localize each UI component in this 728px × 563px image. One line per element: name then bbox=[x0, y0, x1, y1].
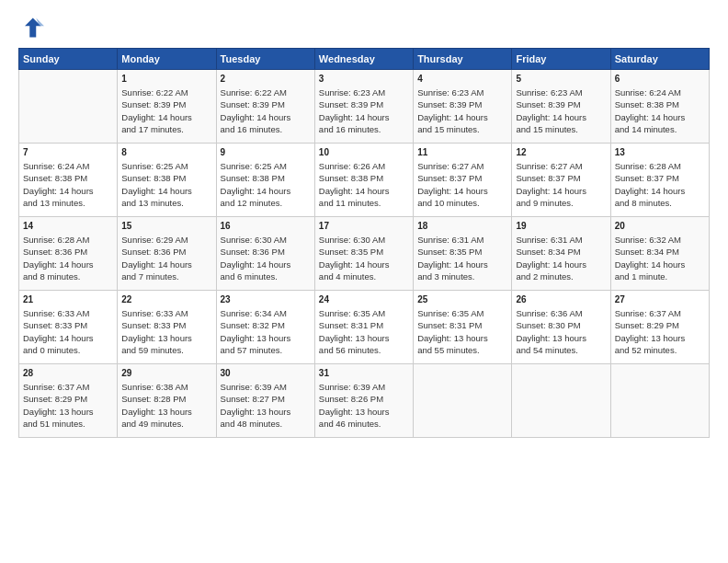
day-cell bbox=[610, 364, 709, 438]
calendar-header-row: SundayMondayTuesdayWednesdayThursdayFrid… bbox=[19, 49, 710, 70]
day-cell: 25Sunrise: 6:35 AM Sunset: 8:31 PM Dayli… bbox=[414, 291, 512, 364]
day-cell: 14Sunrise: 6:28 AM Sunset: 8:36 PM Dayli… bbox=[19, 217, 118, 291]
day-number: 12 bbox=[516, 146, 606, 159]
day-cell: 15Sunrise: 6:29 AM Sunset: 8:36 PM Dayli… bbox=[118, 217, 216, 291]
day-info: Sunrise: 6:39 AM Sunset: 8:27 PM Dayligh… bbox=[221, 381, 311, 430]
day-cell: 26Sunrise: 6:36 AM Sunset: 8:30 PM Dayli… bbox=[512, 291, 610, 364]
logo bbox=[18, 15, 48, 40]
day-cell: 30Sunrise: 6:39 AM Sunset: 8:27 PM Dayli… bbox=[216, 364, 314, 438]
day-cell: 27Sunrise: 6:37 AM Sunset: 8:29 PM Dayli… bbox=[610, 291, 709, 364]
day-cell: 21Sunrise: 6:33 AM Sunset: 8:33 PM Dayli… bbox=[19, 291, 118, 364]
day-info: Sunrise: 6:23 AM Sunset: 8:39 PM Dayligh… bbox=[516, 86, 606, 135]
day-number: 17 bbox=[319, 220, 409, 233]
day-cell: 17Sunrise: 6:30 AM Sunset: 8:35 PM Dayli… bbox=[314, 217, 413, 291]
day-number: 25 bbox=[417, 293, 507, 306]
day-cell: 11Sunrise: 6:27 AM Sunset: 8:37 PM Dayli… bbox=[414, 144, 512, 217]
col-header-wednesday: Wednesday bbox=[314, 49, 413, 70]
day-info: Sunrise: 6:33 AM Sunset: 8:33 PM Dayligh… bbox=[23, 307, 113, 356]
day-info: Sunrise: 6:24 AM Sunset: 8:38 PM Dayligh… bbox=[615, 86, 705, 135]
day-number: 8 bbox=[121, 146, 211, 159]
day-info: Sunrise: 6:27 AM Sunset: 8:37 PM Dayligh… bbox=[417, 160, 507, 209]
day-info: Sunrise: 6:35 AM Sunset: 8:31 PM Dayligh… bbox=[319, 307, 409, 356]
day-number: 30 bbox=[221, 367, 311, 380]
col-header-saturday: Saturday bbox=[610, 49, 709, 70]
day-info: Sunrise: 6:25 AM Sunset: 8:38 PM Dayligh… bbox=[221, 160, 311, 209]
day-cell: 16Sunrise: 6:30 AM Sunset: 8:36 PM Dayli… bbox=[216, 217, 314, 291]
day-info: Sunrise: 6:27 AM Sunset: 8:37 PM Dayligh… bbox=[516, 160, 606, 209]
day-info: Sunrise: 6:23 AM Sunset: 8:39 PM Dayligh… bbox=[417, 86, 507, 135]
day-info: Sunrise: 6:22 AM Sunset: 8:39 PM Dayligh… bbox=[121, 86, 211, 135]
day-number: 26 bbox=[516, 293, 606, 306]
day-number: 3 bbox=[319, 73, 409, 86]
col-header-sunday: Sunday bbox=[19, 49, 118, 70]
day-cell: 22Sunrise: 6:33 AM Sunset: 8:33 PM Dayli… bbox=[118, 291, 216, 364]
week-row-4: 21Sunrise: 6:33 AM Sunset: 8:33 PM Dayli… bbox=[19, 291, 710, 364]
day-number: 2 bbox=[221, 73, 311, 86]
day-number: 22 bbox=[121, 293, 211, 306]
day-info: Sunrise: 6:31 AM Sunset: 8:35 PM Dayligh… bbox=[417, 234, 507, 282]
day-number: 18 bbox=[417, 220, 507, 233]
col-header-tuesday: Tuesday bbox=[216, 49, 314, 70]
day-number: 31 bbox=[319, 367, 409, 380]
week-row-1: 1Sunrise: 6:22 AM Sunset: 8:39 PM Daylig… bbox=[19, 70, 710, 144]
day-info: Sunrise: 6:33 AM Sunset: 8:33 PM Dayligh… bbox=[121, 307, 211, 356]
day-info: Sunrise: 6:30 AM Sunset: 8:35 PM Dayligh… bbox=[319, 234, 409, 282]
day-number: 19 bbox=[516, 220, 606, 233]
day-cell: 6Sunrise: 6:24 AM Sunset: 8:38 PM Daylig… bbox=[610, 70, 709, 144]
day-cell: 2Sunrise: 6:22 AM Sunset: 8:39 PM Daylig… bbox=[216, 70, 314, 144]
day-cell: 4Sunrise: 6:23 AM Sunset: 8:39 PM Daylig… bbox=[414, 70, 512, 144]
day-cell: 8Sunrise: 6:25 AM Sunset: 8:38 PM Daylig… bbox=[118, 144, 216, 217]
day-cell: 7Sunrise: 6:24 AM Sunset: 8:38 PM Daylig… bbox=[19, 144, 118, 217]
day-info: Sunrise: 6:32 AM Sunset: 8:34 PM Dayligh… bbox=[615, 234, 705, 282]
day-number: 13 bbox=[615, 146, 705, 159]
day-cell: 13Sunrise: 6:28 AM Sunset: 8:37 PM Dayli… bbox=[610, 144, 709, 217]
day-number: 11 bbox=[417, 146, 507, 159]
calendar-table: SundayMondayTuesdayWednesdayThursdayFrid… bbox=[18, 48, 710, 438]
day-cell: 31Sunrise: 6:39 AM Sunset: 8:26 PM Dayli… bbox=[314, 364, 413, 438]
day-cell: 1Sunrise: 6:22 AM Sunset: 8:39 PM Daylig… bbox=[118, 70, 216, 144]
week-row-3: 14Sunrise: 6:28 AM Sunset: 8:36 PM Dayli… bbox=[19, 217, 710, 291]
day-cell bbox=[414, 364, 512, 438]
day-number: 6 bbox=[615, 73, 705, 86]
day-info: Sunrise: 6:31 AM Sunset: 8:34 PM Dayligh… bbox=[516, 234, 606, 282]
day-cell: 12Sunrise: 6:27 AM Sunset: 8:37 PM Dayli… bbox=[512, 144, 610, 217]
day-number: 10 bbox=[319, 146, 409, 159]
day-cell: 5Sunrise: 6:23 AM Sunset: 8:39 PM Daylig… bbox=[512, 70, 610, 144]
week-row-2: 7Sunrise: 6:24 AM Sunset: 8:38 PM Daylig… bbox=[19, 144, 710, 217]
day-info: Sunrise: 6:26 AM Sunset: 8:38 PM Dayligh… bbox=[319, 160, 409, 209]
day-cell bbox=[19, 70, 118, 144]
day-number: 28 bbox=[23, 367, 113, 380]
day-cell: 28Sunrise: 6:37 AM Sunset: 8:29 PM Dayli… bbox=[19, 364, 118, 438]
day-number: 16 bbox=[221, 220, 311, 233]
day-info: Sunrise: 6:23 AM Sunset: 8:39 PM Dayligh… bbox=[319, 86, 409, 135]
day-cell: 3Sunrise: 6:23 AM Sunset: 8:39 PM Daylig… bbox=[314, 70, 413, 144]
day-info: Sunrise: 6:37 AM Sunset: 8:29 PM Dayligh… bbox=[615, 307, 705, 356]
day-cell: 10Sunrise: 6:26 AM Sunset: 8:38 PM Dayli… bbox=[314, 144, 413, 217]
day-info: Sunrise: 6:24 AM Sunset: 8:38 PM Dayligh… bbox=[23, 160, 113, 209]
day-cell: 19Sunrise: 6:31 AM Sunset: 8:34 PM Dayli… bbox=[512, 217, 610, 291]
day-cell: 24Sunrise: 6:35 AM Sunset: 8:31 PM Dayli… bbox=[314, 291, 413, 364]
day-info: Sunrise: 6:28 AM Sunset: 8:37 PM Dayligh… bbox=[615, 160, 705, 209]
day-number: 7 bbox=[23, 146, 113, 159]
col-header-thursday: Thursday bbox=[414, 49, 512, 70]
day-cell: 18Sunrise: 6:31 AM Sunset: 8:35 PM Dayli… bbox=[414, 217, 512, 291]
day-number: 1 bbox=[121, 73, 211, 86]
day-info: Sunrise: 6:35 AM Sunset: 8:31 PM Dayligh… bbox=[417, 307, 507, 356]
logo-icon bbox=[18, 15, 44, 40]
day-info: Sunrise: 6:36 AM Sunset: 8:30 PM Dayligh… bbox=[516, 307, 606, 356]
day-info: Sunrise: 6:29 AM Sunset: 8:36 PM Dayligh… bbox=[121, 234, 211, 282]
week-row-5: 28Sunrise: 6:37 AM Sunset: 8:29 PM Dayli… bbox=[19, 364, 710, 438]
day-number: 9 bbox=[221, 146, 311, 159]
day-cell: 20Sunrise: 6:32 AM Sunset: 8:34 PM Dayli… bbox=[610, 217, 709, 291]
day-number: 15 bbox=[121, 220, 211, 233]
day-cell: 23Sunrise: 6:34 AM Sunset: 8:32 PM Dayli… bbox=[216, 291, 314, 364]
col-header-friday: Friday bbox=[512, 49, 610, 70]
day-number: 20 bbox=[615, 220, 705, 233]
day-info: Sunrise: 6:34 AM Sunset: 8:32 PM Dayligh… bbox=[221, 307, 311, 356]
col-header-monday: Monday bbox=[118, 49, 216, 70]
day-number: 14 bbox=[23, 220, 113, 233]
day-info: Sunrise: 6:22 AM Sunset: 8:39 PM Dayligh… bbox=[221, 86, 311, 135]
day-number: 24 bbox=[319, 293, 409, 306]
day-number: 23 bbox=[221, 293, 311, 306]
day-info: Sunrise: 6:25 AM Sunset: 8:38 PM Dayligh… bbox=[121, 160, 211, 209]
